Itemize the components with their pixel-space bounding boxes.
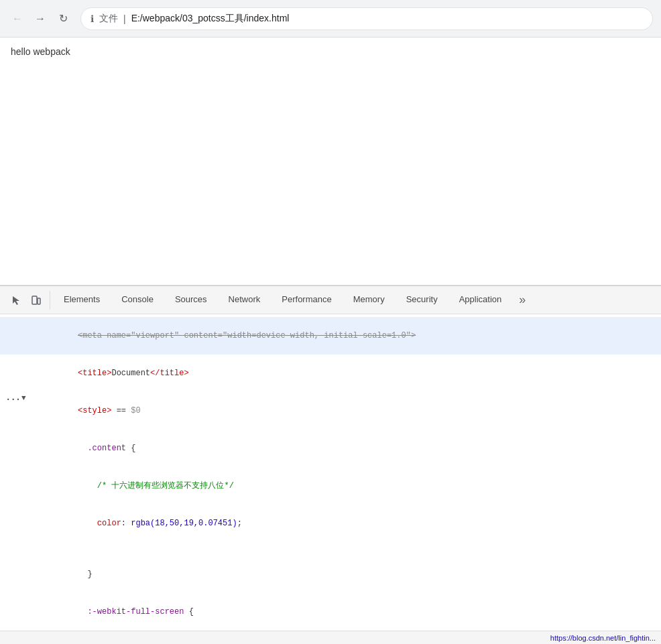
browser-chrome: ← → ↻ ℹ 文件 | E:/webpack/03_potcss工具/inde… (0, 0, 661, 38)
tab-memory[interactable]: Memory (343, 286, 396, 314)
status-link[interactable]: https://blog.csdn.net/lin_fightin... (550, 634, 656, 642)
code-webkit-selector-content: :-webkit-full-screen { (29, 594, 656, 630)
code-panel: <meta name="viewport" content="width=dev… (0, 314, 661, 631)
forward-button[interactable]: → (31, 9, 50, 28)
svg-rect-1 (38, 298, 40, 304)
code-gutter-dots: ··· (5, 393, 19, 407)
info-icon: ℹ (91, 13, 94, 24)
devtools-statusbar: https://blog.csdn.net/lin_fightin... (0, 631, 661, 644)
code-color-rgba-line: color: rgba(18,50,19,0.07451); (0, 505, 661, 542)
page-text: hello webpack (11, 46, 70, 57)
tab-more-button[interactable]: » (512, 286, 532, 314)
devtools-tabs: Elements Console Sources Network Perform… (53, 286, 532, 314)
tab-sources[interactable]: Sources (164, 286, 218, 314)
code-webkit-fullscreen-selector: :-webkit-full-screen { (0, 593, 661, 631)
code-comment-line: /* 十六进制有些浏览器不支持八位*/ (0, 467, 661, 505)
code-comment-content: /* 十六进制有些浏览器不支持八位*/ (29, 468, 656, 504)
device-toolbar-button[interactable] (27, 291, 46, 310)
code-content-selector: .content { (0, 430, 661, 467)
address-bar[interactable]: ℹ 文件 | E:/webpack/03_potcss工具/index.html (80, 7, 653, 30)
devtools-content: <meta name="viewport" content="width=dev… (0, 314, 661, 644)
tab-console[interactable]: Console (111, 286, 164, 314)
url-text: E:/webpack/03_potcss工具/index.html (131, 13, 290, 25)
code-style-line: ··· ▼ <style> == $0 (0, 392, 661, 430)
code-close-brace-1: } (0, 556, 661, 593)
file-label: 文件 (99, 13, 118, 25)
code-title-line: <title>Document</title> (0, 355, 661, 392)
inspect-element-button[interactable] (7, 291, 25, 310)
code-close-content: } (29, 556, 656, 592)
devtools-toolbar: Elements Console Sources Network Perform… (0, 286, 661, 314)
devtools-icon-group (3, 291, 50, 310)
code-meta-line: <meta name="viewport" content="width=dev… (0, 317, 661, 355)
tab-security[interactable]: Security (396, 286, 448, 314)
svg-rect-0 (32, 296, 37, 304)
tab-elements[interactable]: Elements (53, 286, 111, 314)
url-separator: | (123, 13, 126, 24)
nav-buttons: ← → ↻ (8, 9, 72, 28)
back-button[interactable]: ← (8, 9, 27, 28)
reload-button[interactable]: ↻ (54, 9, 72, 28)
code-style-content: <style> == $0 (29, 393, 656, 429)
code-blank-1 (0, 542, 661, 556)
code-line-content: .content { (29, 430, 656, 466)
tab-application[interactable]: Application (448, 286, 513, 314)
code-color-rgba-content: color: rgba(18,50,19,0.07451); (29, 505, 656, 541)
tab-performance[interactable]: Performance (271, 286, 342, 314)
tab-network[interactable]: Network (218, 286, 272, 314)
page-content: hello webpack (0, 38, 661, 285)
code-blank-content (29, 543, 656, 555)
code-title-content: <title>Document</title> (29, 355, 656, 391)
devtools-panel: Elements Console Sources Network Perform… (0, 285, 661, 644)
code-meta-content: <meta name="viewport" content="width=dev… (29, 318, 656, 354)
code-triangle-down: ▼ (21, 393, 29, 404)
